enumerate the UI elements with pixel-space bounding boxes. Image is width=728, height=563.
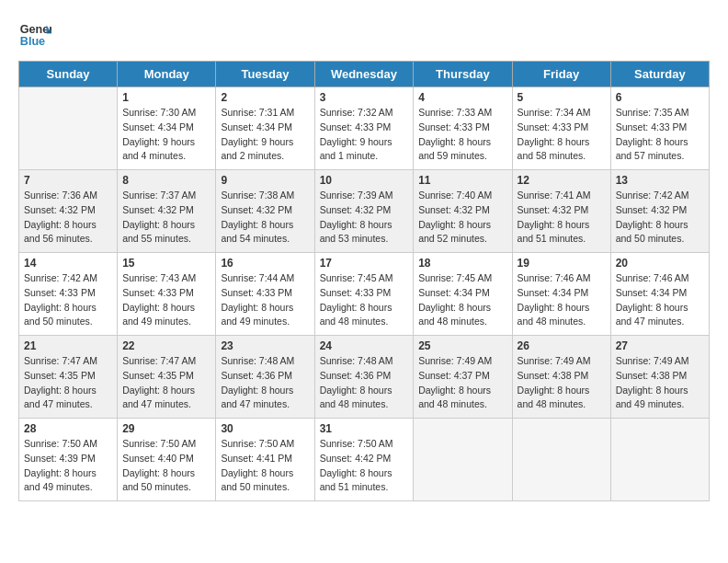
day-number: 29 [122,422,210,435]
day-number: 28 [24,422,112,435]
sunrise: Sunrise: 7:50 AM [320,438,393,449]
day-info: Sunrise: 7:50 AM Sunset: 4:42 PM Dayligh… [320,437,409,495]
sunset: Sunset: 4:34 PM [221,121,292,132]
daylight: Daylight: 8 hours and 47 minutes. [221,385,293,410]
day-info: Sunrise: 7:32 AM Sunset: 4:33 PM Dayligh… [320,106,409,164]
sunset: Sunset: 4:34 PM [616,287,688,298]
sunrise: Sunrise: 7:42 AM [616,190,689,201]
calendar-cell: 20 Sunrise: 7:46 AM Sunset: 4:34 PM Dayl… [610,253,709,336]
sunset: Sunset: 4:34 PM [518,287,589,298]
day-number: 22 [122,339,210,352]
day-info: Sunrise: 7:47 AM Sunset: 4:35 PM Dayligh… [24,354,112,412]
daylight: Daylight: 8 hours and 47 minutes. [24,385,97,410]
day-info: Sunrise: 7:44 AM Sunset: 4:33 PM Dayligh… [221,271,309,329]
day-number: 5 [518,91,606,104]
sunset: Sunset: 4:38 PM [518,370,589,381]
sunrise: Sunrise: 7:47 AM [122,355,196,366]
sunrise: Sunrise: 7:35 AM [616,107,689,118]
daylight: Daylight: 8 hours and 48 minutes. [518,302,590,327]
sunrise: Sunrise: 7:37 AM [122,190,196,201]
day-number: 17 [320,257,409,270]
day-info: Sunrise: 7:36 AM Sunset: 4:32 PM Dayligh… [24,189,112,247]
calendar-cell: 13 Sunrise: 7:42 AM Sunset: 4:32 PM Dayl… [610,170,709,253]
calendar-cell: 7 Sunrise: 7:36 AM Sunset: 4:32 PM Dayli… [19,170,118,253]
calendar-cell: 31 Sunrise: 7:50 AM Sunset: 4:42 PM Dayl… [314,419,414,501]
daylight: Daylight: 8 hours and 53 minutes. [320,219,392,245]
day-number: 27 [616,339,704,352]
day-number: 21 [24,339,112,352]
sunset: Sunset: 4:33 PM [320,287,392,298]
calendar-cell: 1 Sunrise: 7:30 AM Sunset: 4:34 PM Dayli… [118,87,216,170]
daylight: Daylight: 8 hours and 54 minutes. [221,219,293,245]
sunset: Sunset: 4:32 PM [122,204,194,215]
day-info: Sunrise: 7:39 AM Sunset: 4:32 PM Dayligh… [320,189,409,247]
sunrise: Sunrise: 7:44 AM [221,272,294,283]
sunset: Sunset: 4:40 PM [122,453,194,464]
day-number: 7 [24,174,112,187]
sunset: Sunset: 4:37 PM [418,370,490,381]
calendar-cell: 2 Sunrise: 7:31 AM Sunset: 4:34 PM Dayli… [216,87,314,170]
daylight: Daylight: 8 hours and 55 minutes. [122,219,195,245]
day-info: Sunrise: 7:42 AM Sunset: 4:32 PM Dayligh… [616,189,704,247]
day-info: Sunrise: 7:48 AM Sunset: 4:36 PM Dayligh… [320,354,409,412]
header-tuesday: Tuesday [216,62,314,87]
daylight: Daylight: 8 hours and 59 minutes. [418,136,491,162]
sunrise: Sunrise: 7:48 AM [320,355,393,366]
sunset: Sunset: 4:32 PM [320,204,392,215]
day-info: Sunrise: 7:34 AM Sunset: 4:33 PM Dayligh… [518,106,606,164]
day-info: Sunrise: 7:49 AM Sunset: 4:38 PM Dayligh… [616,354,704,412]
day-number: 26 [518,339,606,352]
sunrise: Sunrise: 7:39 AM [320,190,393,201]
sunrise: Sunrise: 7:50 AM [24,438,97,449]
sunrise: Sunrise: 7:33 AM [418,107,492,118]
calendar-cell: 14 Sunrise: 7:42 AM Sunset: 4:33 PM Dayl… [19,253,118,336]
day-number: 8 [122,174,210,187]
day-info: Sunrise: 7:50 AM Sunset: 4:41 PM Dayligh… [221,437,309,495]
sunset: Sunset: 4:33 PM [24,287,96,298]
sunrise: Sunrise: 7:48 AM [221,355,294,366]
calendar-week-row: 1 Sunrise: 7:30 AM Sunset: 4:34 PM Dayli… [19,87,710,170]
day-number: 9 [221,174,309,187]
day-info: Sunrise: 7:46 AM Sunset: 4:34 PM Dayligh… [616,271,704,329]
sunset: Sunset: 4:33 PM [616,121,688,132]
calendar-cell: 24 Sunrise: 7:48 AM Sunset: 4:36 PM Dayl… [314,336,414,419]
daylight: Daylight: 8 hours and 47 minutes. [616,302,688,327]
daylight: Daylight: 8 hours and 56 minutes. [24,219,97,245]
calendar-cell: 3 Sunrise: 7:32 AM Sunset: 4:33 PM Dayli… [314,87,414,170]
daylight: Daylight: 8 hours and 49 minutes. [24,467,97,493]
calendar-cell: 18 Sunrise: 7:45 AM Sunset: 4:34 PM Dayl… [414,253,512,336]
sunset: Sunset: 4:33 PM [418,121,490,132]
logo: General Blue [18,18,51,52]
day-info: Sunrise: 7:49 AM Sunset: 4:37 PM Dayligh… [418,354,506,412]
sunrise: Sunrise: 7:31 AM [221,107,294,118]
daylight: Daylight: 8 hours and 58 minutes. [518,136,590,162]
sunrise: Sunrise: 7:43 AM [122,272,196,283]
daylight: Daylight: 8 hours and 57 minutes. [616,136,688,162]
calendar-cell: 16 Sunrise: 7:44 AM Sunset: 4:33 PM Dayl… [216,253,314,336]
sunset: Sunset: 4:33 PM [518,121,589,132]
daylight: Daylight: 8 hours and 47 minutes. [122,385,195,410]
calendar-cell [414,419,512,501]
sunrise: Sunrise: 7:40 AM [418,190,492,201]
sunset: Sunset: 4:34 PM [122,121,194,132]
day-info: Sunrise: 7:46 AM Sunset: 4:34 PM Dayligh… [518,271,606,329]
day-number: 6 [616,91,704,104]
sunrise: Sunrise: 7:41 AM [518,190,591,201]
calendar-cell: 19 Sunrise: 7:46 AM Sunset: 4:34 PM Dayl… [512,253,610,336]
sunrise: Sunrise: 7:38 AM [221,190,294,201]
daylight: Daylight: 8 hours and 48 minutes. [418,385,491,410]
calendar-cell: 25 Sunrise: 7:49 AM Sunset: 4:37 PM Dayl… [414,336,512,419]
calendar-header-row: SundayMondayTuesdayWednesdayThursdayFrid… [19,62,710,87]
day-info: Sunrise: 7:31 AM Sunset: 4:34 PM Dayligh… [221,106,309,164]
calendar-cell: 28 Sunrise: 7:50 AM Sunset: 4:39 PM Dayl… [19,419,118,501]
svg-text:Blue: Blue [20,35,45,48]
sunset: Sunset: 4:32 PM [518,204,589,215]
daylight: Daylight: 8 hours and 48 minutes. [320,302,392,327]
daylight: Daylight: 8 hours and 51 minutes. [518,219,590,245]
day-info: Sunrise: 7:33 AM Sunset: 4:33 PM Dayligh… [418,106,506,164]
sunset: Sunset: 4:32 PM [418,204,490,215]
day-info: Sunrise: 7:35 AM Sunset: 4:33 PM Dayligh… [616,106,704,164]
header-saturday: Saturday [610,62,709,87]
calendar-week-row: 14 Sunrise: 7:42 AM Sunset: 4:33 PM Dayl… [19,253,710,336]
sunset: Sunset: 4:38 PM [616,370,688,381]
